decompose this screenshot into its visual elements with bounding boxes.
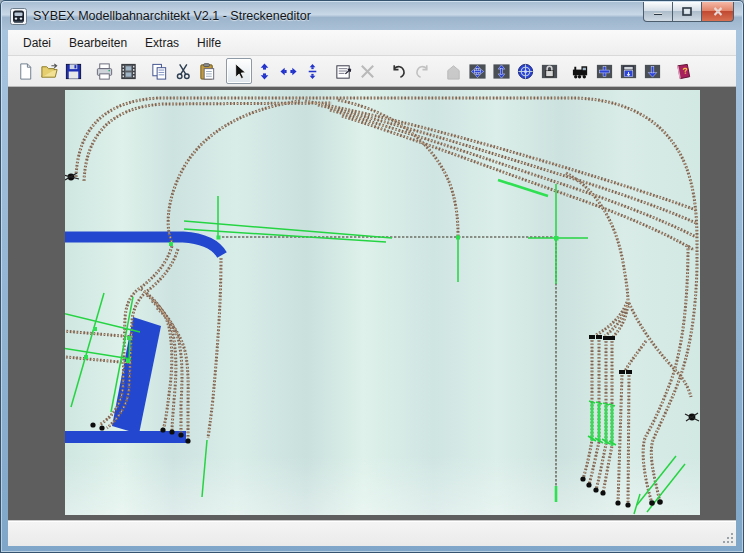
title-bar[interactable]: SYBEX Modellbahnarchitekt V2.1 - Strecke… xyxy=(2,2,742,30)
train-add-button[interactable] xyxy=(592,59,616,83)
distribute-vertical-button[interactable] xyxy=(300,59,324,83)
save-file-button[interactable] xyxy=(61,59,85,83)
train-down-button[interactable] xyxy=(640,59,664,83)
cut-button[interactable] xyxy=(171,59,195,83)
paste-button[interactable] xyxy=(195,59,219,83)
resize-grip[interactable] xyxy=(721,531,734,544)
lock-element-button[interactable] xyxy=(537,59,561,83)
properties-button[interactable] xyxy=(331,59,355,83)
redo-button[interactable] xyxy=(410,59,434,83)
menu-hilfe[interactable]: Hilfe xyxy=(188,32,230,54)
menu-datei[interactable]: Datei xyxy=(14,32,60,54)
control-wheel-button[interactable] xyxy=(513,59,537,83)
locomotive-button[interactable] xyxy=(568,59,592,83)
maximize-button[interactable] xyxy=(673,2,701,22)
open-file-button[interactable] xyxy=(37,59,61,83)
signal-button[interactable] xyxy=(441,59,465,83)
train-export-button[interactable] xyxy=(616,59,640,83)
help-book-button[interactable]: ? xyxy=(671,59,695,83)
menu-bar: Datei Bearbeiten Extras Hilfe xyxy=(8,30,736,56)
delete-button[interactable] xyxy=(355,59,379,83)
minimize-button[interactable] xyxy=(643,2,673,22)
blue-quay xyxy=(65,431,186,443)
menu-bearbeiten[interactable]: Bearbeiten xyxy=(60,32,136,54)
track-plan-canvas[interactable] xyxy=(65,90,700,515)
print-button[interactable] xyxy=(92,59,116,83)
move-vertical-button[interactable] xyxy=(252,59,276,83)
film-sequence-button[interactable] xyxy=(116,59,140,83)
train-icon xyxy=(10,8,27,25)
new-file-button[interactable] xyxy=(13,59,37,83)
toolbar: ? xyxy=(8,56,736,87)
move-element-button[interactable] xyxy=(465,59,489,83)
undo-button[interactable] xyxy=(386,59,410,83)
move-horizontal-button[interactable] xyxy=(276,59,300,83)
select-arrow-button[interactable] xyxy=(226,58,252,84)
close-button[interactable] xyxy=(701,2,734,22)
app-window: SYBEX Modellbahnarchitekt V2.1 - Strecke… xyxy=(0,0,744,553)
window-title: SYBEX Modellbahnarchitekt V2.1 - Strecke… xyxy=(33,9,311,23)
menu-extras[interactable]: Extras xyxy=(136,32,188,54)
editor-client-area xyxy=(8,87,736,521)
copy-button[interactable] xyxy=(147,59,171,83)
shift-element-button[interactable] xyxy=(489,59,513,83)
status-bar xyxy=(8,521,736,546)
